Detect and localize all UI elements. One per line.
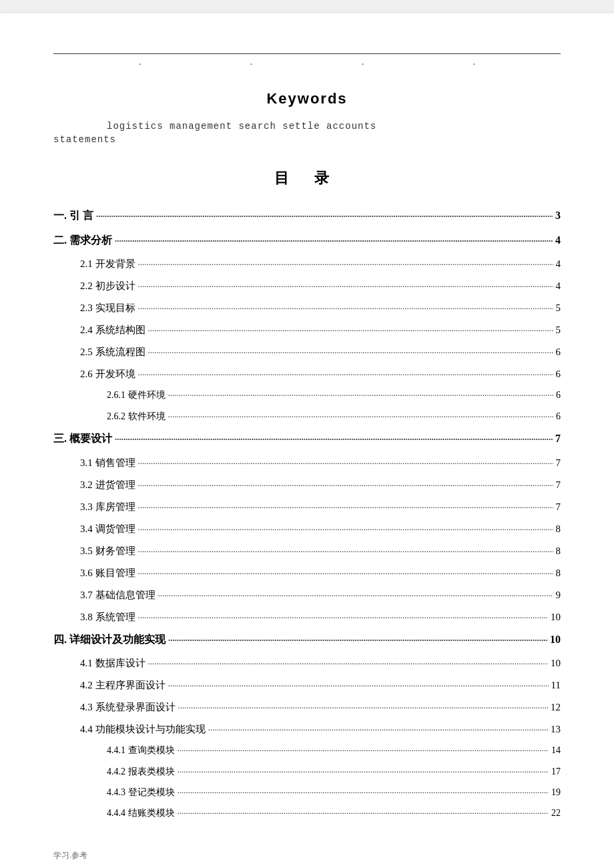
toc-label: 4.1 数据库设计 — [80, 655, 145, 671]
toc-page: 8 — [556, 565, 561, 581]
toc-label: 3.6 账目管理 — [80, 565, 135, 581]
toc-page: 7 — [555, 430, 561, 447]
toc-label: 3.4 调货管理 — [80, 521, 135, 537]
toc-page: 4 — [556, 278, 561, 294]
toc-label: 四. 详细设计及功能实现 — [53, 631, 166, 648]
toc-item-2-4: 2.4 系统结构图 5 — [53, 322, 561, 339]
toc-label: 3.7 基础信息管理 — [80, 587, 156, 603]
toc-dots — [178, 783, 549, 799]
toc-dots — [178, 804, 549, 819]
keywords-title: Keywords — [53, 90, 561, 107]
toc-item-4-4-2: 4.4.2 报表类模块 17 — [53, 765, 561, 780]
toc-dots — [96, 205, 553, 223]
document-page: · · · · Keywords logistics management se… — [0, 13, 614, 868]
toc-item-4-4-1: 4.4.1 查询类模块 14 — [53, 743, 561, 758]
toc-label: 4.4.4 结账类模块 — [107, 806, 175, 821]
toc-item-4: 四. 详细设计及功能实现 10 — [53, 631, 561, 649]
toc-item-2-6: 2.6 开发环境 6 — [53, 366, 561, 383]
toc-dots — [148, 342, 553, 359]
toc-label: 4.4.2 报表类模块 — [107, 765, 175, 779]
toc-label: 3.8 系统管理 — [80, 609, 135, 625]
toc-item-2-6-2: 2.6.2 软件环境 6 — [53, 409, 561, 425]
toc-label: 2.1 开发背景 — [80, 256, 135, 272]
toc-page: 17 — [551, 765, 561, 779]
toc-page: 5 — [556, 300, 561, 316]
toc-dots — [115, 230, 553, 248]
toc-item-2-6-1: 2.6.1 硬件环境 6 — [53, 388, 561, 403]
toc-item-2-3: 2.3 实现目标 5 — [53, 300, 561, 316]
toc-item-3-5: 3.5 财务管理 8 — [53, 543, 561, 560]
toc-dots — [138, 541, 553, 558]
toc-page: 7 — [556, 499, 561, 515]
toc-label: 4.4 功能模块设计与功能实现 — [80, 721, 206, 737]
toc-page: 7 — [556, 455, 561, 471]
toc-page: 6 — [556, 366, 561, 382]
toc-item-3-7: 3.7 基础信息管理 9 — [53, 587, 561, 604]
toc-dots — [158, 585, 553, 602]
toc-item-4-4-4: 4.4.4 结账类模块 22 — [53, 806, 561, 821]
toc-dots — [138, 475, 553, 491]
toc-dots — [138, 453, 553, 469]
toc-page: 14 — [551, 743, 561, 758]
toc-item-2-5: 2.5 系统流程图 6 — [53, 344, 561, 361]
toc-item-3-2: 3.2 进货管理 7 — [53, 477, 561, 493]
toc-dots — [168, 407, 554, 423]
toc-page: 7 — [556, 477, 561, 493]
toc-item-3: 三. 概要设计 7 — [53, 430, 561, 448]
toc-label: 2.6 开发环境 — [80, 366, 135, 382]
toc-title: 目 录 — [53, 168, 561, 188]
toc-label: 4.2 主程序界面设计 — [80, 677, 166, 693]
top-border — [53, 53, 561, 54]
toc-dots — [138, 298, 553, 314]
toc-page: 10 — [551, 609, 561, 625]
toc-page: 8 — [556, 543, 561, 559]
toc-dots — [178, 697, 549, 714]
toc-label: 2.3 实现目标 — [80, 300, 135, 316]
toc-page: 10 — [551, 655, 561, 671]
toc-item-4-4: 4.4 功能模块设计与功能实现 13 — [53, 721, 561, 738]
toc-page: 4 — [555, 232, 561, 249]
toc-dots — [138, 563, 553, 580]
toc-label: 二. 需求分析 — [53, 232, 112, 249]
toc-page: 6 — [556, 388, 561, 403]
toc-label: 2.6.1 硬件环境 — [107, 388, 166, 403]
toc-page: 13 — [551, 721, 561, 737]
toc-dots — [138, 254, 553, 270]
toc-label: 2.6.2 软件环境 — [107, 409, 166, 424]
keywords-section: Keywords logistics management search set… — [53, 90, 561, 145]
toc-label: 4.4.1 查询类模块 — [107, 743, 175, 758]
toc-label: 2.2 初步设计 — [80, 278, 135, 294]
keywords-line1: logistics management search settle accou… — [53, 121, 561, 132]
toc-label: 4.4.3 登记类模块 — [107, 785, 175, 800]
toc-dots — [208, 719, 549, 736]
toc-label: 一. 引 言 — [53, 207, 93, 224]
toc-dots — [168, 386, 554, 401]
toc-label: 三. 概要设计 — [53, 430, 112, 447]
toc-dots — [148, 653, 549, 670]
toc-label: 3.2 进货管理 — [80, 477, 135, 493]
toc-dots — [138, 276, 553, 292]
toc-item-2: 二. 需求分析 4 — [53, 232, 561, 250]
toc-page: 9 — [556, 587, 561, 603]
toc-dots — [148, 320, 553, 337]
toc-label: 2.4 系统结构图 — [80, 322, 145, 338]
toc-dots — [138, 519, 553, 535]
toc-page: 3 — [555, 207, 561, 224]
toc-page: 10 — [550, 631, 561, 648]
toc-dots — [178, 763, 549, 778]
toc-item-2-2: 2.2 初步设计 4 — [53, 278, 561, 294]
toc-label: 3.5 财务管理 — [80, 543, 135, 559]
toc-page: 6 — [556, 344, 561, 360]
toc-dots — [168, 675, 549, 692]
toc-item-4-2: 4.2 主程序界面设计 11 — [53, 677, 561, 694]
toc-label: 4.3 系统登录界面设计 — [80, 699, 176, 715]
toc-item-3-3: 3.3 库房管理 7 — [53, 499, 561, 515]
toc-item-4-3: 4.3 系统登录界面设计 12 — [53, 699, 561, 716]
footer-note: 学习.参考 — [53, 850, 87, 861]
toc-page: 19 — [551, 785, 561, 800]
toc-item-4-4-3: 4.4.3 登记类模块 19 — [53, 785, 561, 801]
toc-dots — [138, 497, 553, 513]
toc-section: 目 录 一. 引 言 3 二. 需求分析 4 2.1 开发背景 4 2.2 初步… — [53, 168, 561, 822]
toc-page: 11 — [551, 677, 561, 693]
top-dots: · · · · — [53, 59, 561, 70]
